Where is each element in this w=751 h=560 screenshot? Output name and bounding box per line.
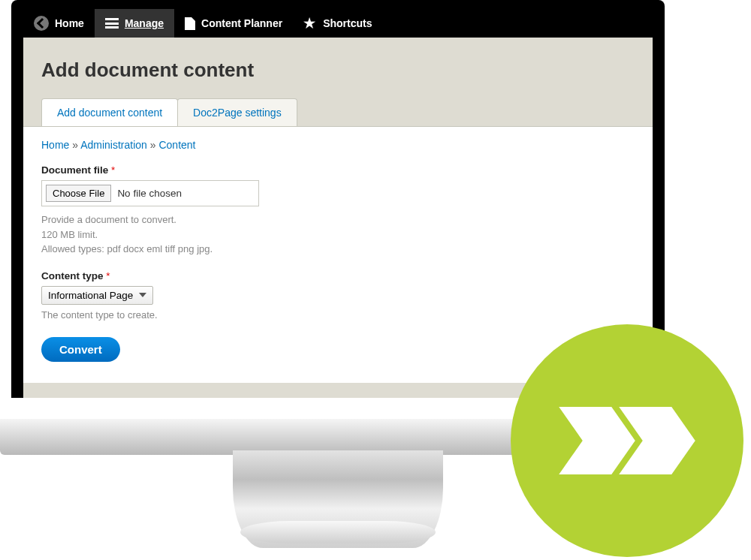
nav-home[interactable]: Home	[23, 9, 95, 38]
required-marker: *	[111, 164, 115, 176]
monitor-screen: Home Manage Content Planner ★ Shortcuts …	[11, 0, 665, 398]
nav-content-planner[interactable]: Content Planner	[174, 9, 293, 38]
breadcrumb-administration[interactable]: Administration	[80, 139, 147, 151]
page-content-area: Add document content Add document conten…	[23, 38, 653, 398]
file-chosen-status: No file chosen	[117, 188, 182, 199]
page-title: Add document content	[41, 59, 635, 82]
hamburger-icon	[105, 18, 119, 29]
breadcrumb: Home » Administration » Content	[41, 139, 635, 151]
content-type-help: The content type to create.	[41, 309, 635, 321]
choose-file-button[interactable]: Choose File	[46, 185, 111, 202]
back-icon	[34, 16, 49, 31]
star-icon: ★	[303, 17, 317, 30]
document-file-input[interactable]: Choose File No file chosen	[41, 180, 259, 206]
document-icon	[185, 17, 195, 30]
document-file-label: Document file *	[41, 164, 635, 176]
breadcrumb-sep: »	[72, 139, 78, 151]
required-marker: *	[106, 270, 110, 282]
content-type-select[interactable]: Informational Page	[41, 286, 153, 305]
tab-doc2page-settings[interactable]: Doc2Page settings	[177, 98, 297, 126]
document-file-help: Provide a document to convert. 120 MB li…	[41, 212, 635, 257]
tab-add-document-content[interactable]: Add document content	[41, 98, 178, 126]
double-chevron-right-icon	[571, 396, 683, 486]
form-panel: Home » Administration » Content Document…	[23, 126, 653, 383]
nav-shortcuts[interactable]: ★ Shortcuts	[293, 9, 382, 38]
nav-home-label: Home	[55, 17, 84, 29]
content-type-value: Informational Page	[48, 290, 133, 301]
breadcrumb-home[interactable]: Home	[41, 139, 69, 151]
breadcrumb-content[interactable]: Content	[158, 139, 195, 151]
forward-badge	[511, 324, 743, 557]
nav-manage-label: Manage	[125, 17, 164, 29]
content-type-label: Content type *	[41, 270, 635, 282]
chevron-down-icon	[139, 293, 146, 297]
monitor-stand	[233, 450, 443, 548]
admin-topbar: Home Manage Content Planner ★ Shortcuts	[23, 9, 653, 38]
breadcrumb-sep: »	[150, 139, 156, 151]
tabs: Add document content Doc2Page settings	[41, 98, 635, 126]
nav-shortcuts-label: Shortcuts	[323, 17, 372, 29]
nav-content-planner-label: Content Planner	[201, 17, 282, 29]
convert-button[interactable]: Convert	[41, 337, 120, 362]
nav-manage[interactable]: Manage	[95, 9, 174, 38]
